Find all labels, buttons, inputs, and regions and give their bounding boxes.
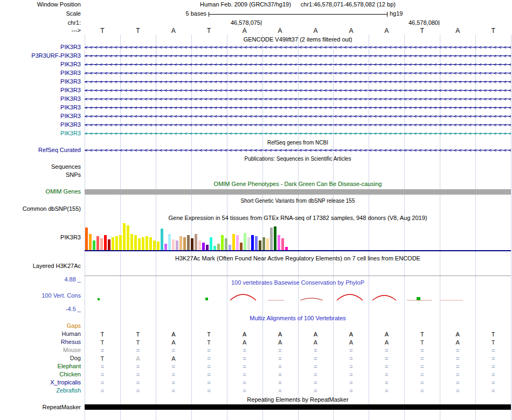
gtex-tissue-bar — [229, 245, 231, 250]
gencode-gene-label[interactable]: PIK3R3 — [0, 121, 81, 128]
alignment-cell: = — [120, 347, 156, 354]
gtex-tissue-bar — [176, 240, 178, 250]
species-label[interactable]: Gaps — [0, 322, 81, 329]
species-label[interactable]: X_tropicalis — [0, 379, 81, 386]
alignment-cell: = — [191, 371, 227, 378]
publications-track-title[interactable]: Publications: Sequences in Scientific Ar… — [85, 155, 511, 162]
gencode-gene-label[interactable]: PIK3R3 — [0, 130, 81, 137]
species-label[interactable]: Chicken — [0, 371, 81, 378]
gencode-track-title[interactable]: GENCODE V49lift37 (2 items filtered out) — [85, 36, 511, 43]
species-label[interactable]: Elephant — [0, 363, 81, 370]
conservation-mark — [230, 294, 256, 300]
h3k27ac-track-title[interactable]: H3K27Ac Mark (Often Found Near Active Re… — [85, 255, 511, 262]
alignment-cell — [120, 322, 156, 330]
gencode-gene-label[interactable]: PIK3R3 — [0, 113, 81, 120]
gencode-gene-label[interactable]: P3R3URF-PIK3R3 — [0, 52, 81, 59]
gencode-gene-label[interactable]: PIK3R3 — [0, 87, 81, 94]
alignment-cell: = — [227, 363, 262, 370]
conservation-mark — [98, 298, 100, 300]
alignment-cell: = — [85, 347, 120, 354]
repeatmasker-track-title[interactable]: Repeating Elements by RepeatMasker — [85, 396, 511, 403]
gencode-gene-structure[interactable]: <<<<<<<<<<<<<<<<<<<<<<<<<<<<<<<<<<<<<<<<… — [85, 79, 511, 85]
alignment-cell: T — [191, 339, 227, 346]
gtex-tissue-bar — [112, 237, 114, 250]
alignment-cell: = — [85, 379, 120, 387]
refseq-gene-structure[interactable]: <<<<<<<<<<<<<<<<<<<<<<<<<<<<<<<<<<<<<<<<… — [85, 147, 511, 154]
gencode-gene-structure[interactable]: <<<<<<<<<<<<<<<<<<<<<<<<<<<<<<<<<<<<<<<<… — [85, 87, 511, 94]
gtex-tissue-bar — [134, 235, 137, 250]
refseq-track-title[interactable]: RefSeq genes from NCBI — [85, 139, 511, 146]
gtex-baseline — [85, 250, 511, 251]
phylop-max-value: 4.88 _ — [0, 276, 81, 283]
species-label[interactable]: Mouse — [0, 347, 81, 354]
gencode-gene-structure[interactable]: <<<<<<<<<<<<<<<<<<<<<<<<<<<<<<<<<<<<<<<<… — [85, 130, 511, 137]
omim-track-title[interactable]: OMIM Gene Phenotypes - Dark Green Can Be… — [85, 181, 511, 188]
repeatmasker-label[interactable]: RepeatMasker — [0, 404, 81, 411]
alignment-cell: = — [333, 347, 369, 354]
gencode-gene-label[interactable]: PIK3R3 — [0, 44, 81, 51]
alignment-cell: = — [227, 347, 262, 354]
alignment-cell: A — [440, 339, 475, 346]
alignment-cell: A — [156, 331, 191, 338]
alignment-cell: A — [262, 339, 298, 346]
gtex-tissue-bar — [262, 237, 265, 250]
gtex-tissue-bar — [138, 238, 141, 250]
alignment-cell: = — [227, 371, 262, 378]
h3k27ac-label[interactable]: Layered H3K27Ac — [0, 263, 81, 270]
alignment-cell: = — [475, 387, 511, 395]
gtex-expression-barchart[interactable] — [85, 223, 511, 250]
gencode-gene-structure[interactable]: <<<<<<<<<<<<<<<<<<<<<<<<<<<<<<<<<<<<<<<<… — [85, 105, 511, 111]
conservation-mark — [268, 300, 284, 301]
gencode-gene-label[interactable]: PIK3R3 — [0, 104, 81, 111]
gtex-track-title[interactable]: Gene Expression in 54 tissues from GTEx … — [85, 215, 511, 222]
gencode-gene-structure[interactable]: <<<<<<<<<<<<<<<<<<<<<<<<<<<<<<<<<<<<<<<<… — [85, 44, 511, 51]
alignment-cell: = — [191, 379, 227, 387]
base-letter: A — [369, 27, 404, 35]
publications-sequences-label[interactable]: Sequences — [0, 163, 81, 170]
species-label[interactable]: Human — [0, 331, 81, 338]
base-letter: T — [191, 27, 227, 35]
gencode-gene-structure[interactable]: <<<<<<<<<<<<<<<<<<<<<<<<<<<<<<<<<<<<<<<<… — [85, 113, 511, 120]
phylop-track-label[interactable]: 100 Vert. Cons — [0, 292, 81, 299]
gtex-gene-label[interactable]: PIK3R3 — [0, 234, 81, 241]
alignment-cell: = — [85, 363, 120, 370]
multiz-track-title[interactable]: Multiz Alignments of 100 Vertebrates — [85, 315, 511, 322]
species-label[interactable]: Rhesus — [0, 339, 81, 346]
gencode-gene-label[interactable]: PIK3R3 — [0, 95, 81, 102]
gencode-gene-structure[interactable]: <<<<<<<<<<<<<<<<<<<<<<<<<<<<<<<<<<<<<<<<… — [85, 122, 511, 128]
gencode-gene-label[interactable]: PIK3R3 — [0, 61, 81, 68]
alignment-cell: = — [440, 371, 475, 378]
gencode-gene-label[interactable]: PIK3R3 — [0, 78, 81, 85]
alignment-cell: T — [85, 331, 120, 338]
alignment-cell: T — [120, 339, 156, 346]
alignment-row — [85, 322, 511, 330]
alignment-cell — [298, 322, 334, 330]
conservation-plot[interactable] — [85, 288, 511, 313]
refseq-curated-label[interactable]: RefSeq Curated — [0, 147, 81, 154]
dbsnp-track-title[interactable]: Short Genetic Variants from dbSNP releas… — [85, 197, 511, 204]
gencode-gene-structure[interactable]: <<<<<<<<<<<<<<<<<<<<<<<<<<<<<<<<<<<<<<<<… — [85, 53, 511, 59]
phylop-track-title[interactable]: 100 vertebrates Basewise Conservation by… — [85, 279, 511, 286]
species-label[interactable]: Dog — [0, 355, 81, 362]
coordinate-left-tick — [261, 20, 261, 25]
alignment-cell: = — [440, 379, 475, 387]
gtex-tissue-bar — [183, 237, 186, 250]
chromosome-label: chr1: — [0, 19, 81, 26]
gtex-tissue-bar — [255, 236, 258, 250]
repeatmasker-item[interactable] — [85, 404, 511, 410]
alignment-cell: T — [475, 339, 511, 346]
alignment-cell: A — [156, 339, 191, 346]
alignment-cell — [262, 322, 298, 330]
gencode-gene-structure[interactable]: <<<<<<<<<<<<<<<<<<<<<<<<<<<<<<<<<<<<<<<<… — [85, 61, 511, 68]
publications-snps-label[interactable]: SNPs — [0, 171, 81, 178]
gencode-gene-structure[interactable]: <<<<<<<<<<<<<<<<<<<<<<<<<<<<<<<<<<<<<<<<… — [85, 70, 511, 77]
species-label[interactable]: Zebrafish — [0, 387, 81, 394]
alignment-cell: T — [85, 355, 120, 362]
omim-genes-label[interactable]: OMIM Genes — [0, 188, 81, 195]
alignment-cell: = — [440, 355, 475, 362]
dbsnp-label[interactable]: Common dbSNP(155) — [0, 205, 81, 212]
gencode-gene-structure[interactable]: <<<<<<<<<<<<<<<<<<<<<<<<<<<<<<<<<<<<<<<<… — [85, 96, 511, 102]
omim-gene-item[interactable] — [85, 189, 511, 195]
window-position-label: Window Position — [0, 1, 81, 8]
gencode-gene-label[interactable]: PIK3R3 — [0, 70, 81, 77]
